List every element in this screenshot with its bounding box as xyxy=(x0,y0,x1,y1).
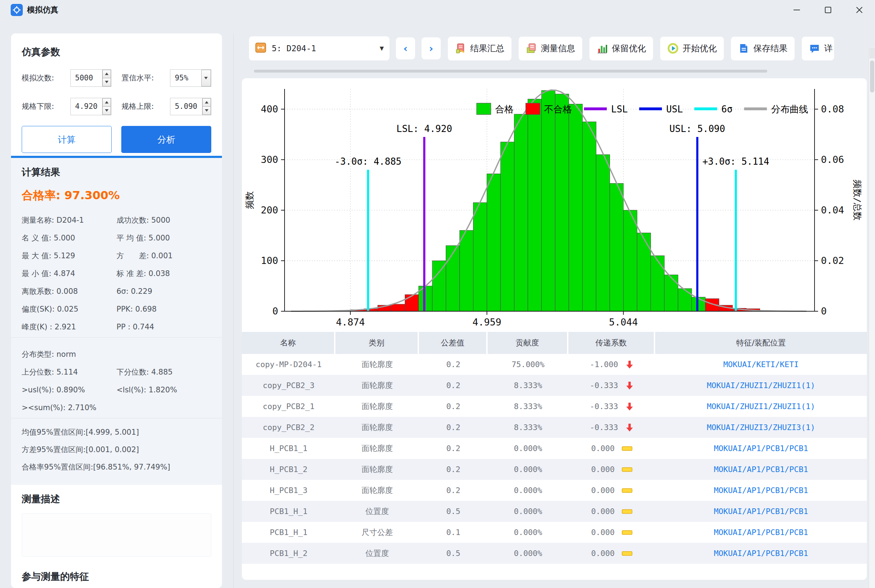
location-link[interactable]: MOKUAI/KETI/KETI xyxy=(724,360,799,369)
table-row[interactable]: H_PCB1_3面轮廓度0.20.000%0.000MOKUAI/AP1/PCB… xyxy=(242,480,867,501)
cell-coefficient: 0.000 xyxy=(568,522,655,543)
spin-down-button[interactable] xyxy=(102,107,111,115)
measure-description-box[interactable] xyxy=(22,513,211,557)
cell-contribution: 0.000% xyxy=(488,480,568,501)
cell-contribution: 0.000% xyxy=(488,501,568,522)
spin-down-button[interactable] xyxy=(202,107,211,115)
cell-name: PCB1_H_1 xyxy=(242,522,336,543)
limit-label: +3.0σ: 5.114 xyxy=(703,156,769,167)
histogram-bar xyxy=(500,142,514,311)
scrollbar-thumb[interactable] xyxy=(870,60,874,93)
horizontal-scrollbar[interactable] xyxy=(254,70,767,73)
spin-down-button[interactable] xyxy=(102,78,111,87)
histogram-bar xyxy=(528,99,541,311)
divider xyxy=(11,337,222,338)
cell-coefficient: 0.000 xyxy=(568,480,655,501)
location-link[interactable]: MOKUAI/AP1/PCB1/PCB1 xyxy=(714,528,808,537)
cell-name: copy_PCB2_1 xyxy=(242,396,336,417)
location-link[interactable]: MOKUAI/ZHUZI1/ZHUZI1(1) xyxy=(707,381,815,390)
stat-value: 方 差: 0.001 xyxy=(117,251,212,261)
stat-value: 成功次数: 5000 xyxy=(117,215,212,225)
dropdown-arrow-icon[interactable] xyxy=(201,70,211,87)
prev-button[interactable]: ‹ xyxy=(396,38,415,59)
location-link[interactable]: MOKUAI/AP1/PCB1/PCB1 xyxy=(714,444,808,453)
svg-text:4.874: 4.874 xyxy=(336,316,364,328)
start-optimization-button[interactable]: 开始优化 xyxy=(660,37,724,60)
sim-count-label: 模拟次数: xyxy=(22,73,70,83)
cell-category: 尺寸公差 xyxy=(336,522,419,543)
vertical-scrollbar[interactable] xyxy=(869,47,875,588)
chevron-down-icon: ▼ xyxy=(379,45,384,52)
table-row[interactable]: PCB1_H_1尺寸公差0.10.000%0.000MOKUAI/AP1/PCB… xyxy=(242,522,867,543)
details-button[interactable]: 详 xyxy=(802,37,834,60)
scroll-up-button[interactable] xyxy=(869,48,875,58)
column-header: 类别 xyxy=(336,332,419,354)
location-link[interactable]: MOKUAI/ZHUZI3/ZHUZI3(1) xyxy=(707,423,815,432)
table-row[interactable]: H_PCB1_2面轮廓度0.20.000%0.000MOKUAI/AP1/PCB… xyxy=(242,459,867,480)
confidence-interval-value: 合格率95%置信区间:[96.851%, 97.749%] xyxy=(22,458,211,476)
limit-label: USL: 5.090 xyxy=(670,123,725,134)
location-link[interactable]: MOKUAI/AP1/PCB1/PCB1 xyxy=(714,465,808,474)
location-link[interactable]: MOKUAI/ZHUZI1/ZHUZI1(1) xyxy=(707,402,815,411)
cell-tolerance: 0.1 xyxy=(419,522,488,543)
divider xyxy=(11,418,222,418)
table-header-row: 名称类别公差值贡献度传递系数特征/装配位置 xyxy=(242,332,867,354)
calculate-button[interactable]: 计算 xyxy=(22,126,112,153)
spin-up-button[interactable] xyxy=(102,98,111,107)
results-summary-button[interactable]: 结果汇总 xyxy=(448,37,511,60)
stat-row: 分布类型: norm xyxy=(22,345,211,363)
stat-value: 测量名称: D204-1 xyxy=(22,215,117,225)
legend-label: 不合格 xyxy=(544,104,572,114)
cell-category: 面轮廓度 xyxy=(336,354,419,375)
spec-lower-input[interactable]: 4.920 xyxy=(70,98,112,115)
cell-name: H_PCB1_1 xyxy=(242,438,336,459)
measurement-info-button[interactable]: 测量信息 xyxy=(518,37,582,60)
spin-up-button[interactable] xyxy=(102,70,111,78)
histogram-bar xyxy=(583,122,596,311)
histogram-bar xyxy=(405,294,419,311)
next-button[interactable]: › xyxy=(421,38,441,59)
spec-upper-label: 规格上限: xyxy=(121,101,170,111)
toolbar: 5: D204-1 ▼ ‹ › 结果汇总 测量信息 保留优化 开始优化 保存结果 xyxy=(249,36,834,60)
selector-value: 5: D204-1 xyxy=(272,44,379,53)
results-title: 计算结果 xyxy=(22,158,211,178)
table-row[interactable]: copy_PCB2_1面轮廓度0.28.333%-0.333MOKUAI/ZHU… xyxy=(242,396,867,417)
analyze-button[interactable]: 分析 xyxy=(121,126,211,153)
histogram-bar xyxy=(651,256,664,311)
table-row[interactable]: copy_PCB2_2面轮廓度0.28.333%-0.333MOKUAI/ZHU… xyxy=(242,417,867,438)
table-row[interactable]: PCB1_H_2位置度0.50.000%0.000MOKUAI/AP1/PCB1… xyxy=(242,543,867,564)
table-row[interactable]: copy-MP-D204-1面轮廓度0.275.000%-1.000MOKUAI… xyxy=(242,354,867,375)
legend-line xyxy=(744,107,767,110)
cell-tolerance: 0.2 xyxy=(419,354,488,375)
column-header: 名称 xyxy=(242,332,336,354)
cell-location: MOKUAI/ZHUZI3/ZHUZI3(1) xyxy=(655,417,867,438)
spec-upper-input[interactable]: 5.090 xyxy=(170,98,211,115)
save-results-button[interactable]: 保存结果 xyxy=(731,37,795,60)
cell-location: MOKUAI/AP1/PCB1/PCB1 xyxy=(655,459,867,480)
cell-name: H_PCB1_2 xyxy=(242,459,336,480)
cell-name: PCB1_H_1 xyxy=(242,501,336,522)
table-row[interactable]: PCB1_H_1位置度0.50.000%0.000MOKUAI/AP1/PCB1… xyxy=(242,501,867,522)
sim-count-input[interactable]: 5000 xyxy=(70,69,112,87)
legend-line xyxy=(584,107,607,110)
keep-optimization-button[interactable]: 保留优化 xyxy=(589,37,653,60)
location-link[interactable]: MOKUAI/AP1/PCB1/PCB1 xyxy=(714,549,808,558)
measurement-selector[interactable]: 5: D204-1 ▼ xyxy=(249,36,390,60)
panel-splitter[interactable] xyxy=(233,33,234,588)
minimize-button[interactable] xyxy=(781,0,812,20)
spin-up-button[interactable] xyxy=(202,98,211,107)
trend-down-icon xyxy=(625,423,634,432)
table-row[interactable]: copy_PCB2_3面轮廓度0.28.333%-0.333MOKUAI/ZHU… xyxy=(242,375,867,396)
cell-contribution: 75.000% xyxy=(488,354,568,375)
maximize-button[interactable] xyxy=(812,0,844,20)
cell-category: 位置度 xyxy=(336,501,419,522)
stat-value: 偏度(SK): 0.025 xyxy=(22,304,117,314)
location-link[interactable]: MOKUAI/AP1/PCB1/PCB1 xyxy=(714,486,808,495)
table-row[interactable]: H_PCB1_1面轮廓度0.20.000%0.000MOKUAI/AP1/PCB… xyxy=(242,438,867,459)
cell-coefficient: 0.000 xyxy=(568,501,655,522)
confidence-select[interactable]: 95% xyxy=(170,69,211,87)
titlebar: 模拟仿真 xyxy=(0,0,875,20)
stat-value: 最 小 值: 4.874 xyxy=(22,268,117,279)
location-link[interactable]: MOKUAI/AP1/PCB1/PCB1 xyxy=(714,507,808,516)
close-button[interactable] xyxy=(844,0,875,20)
